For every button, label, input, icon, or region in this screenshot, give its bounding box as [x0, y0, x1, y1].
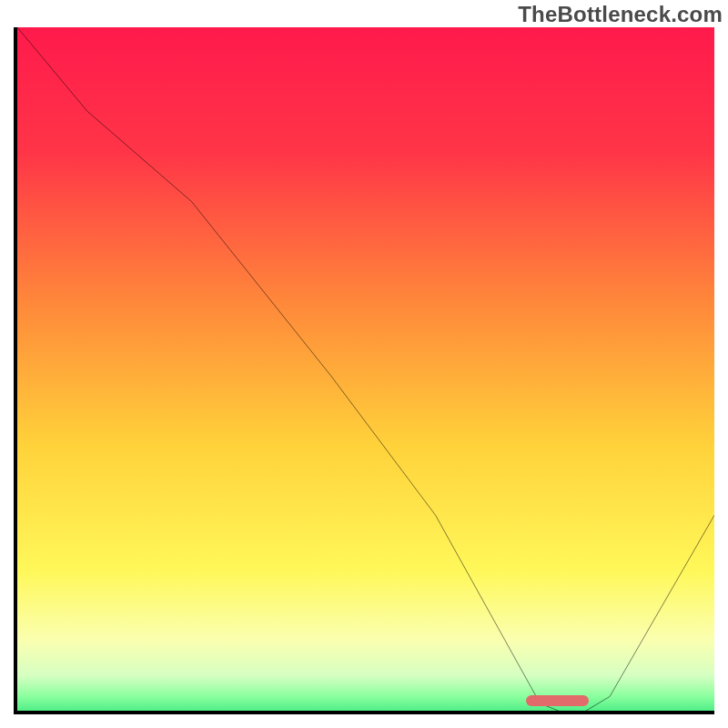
bottleneck-chart	[14, 27, 714, 714]
watermark-text: TheBottleneck.com	[518, 2, 723, 27]
bottleneck-curve	[17, 27, 714, 714]
optimal-range-marker	[526, 695, 589, 706]
chart-frame: TheBottleneck.com	[0, 0, 728, 728]
